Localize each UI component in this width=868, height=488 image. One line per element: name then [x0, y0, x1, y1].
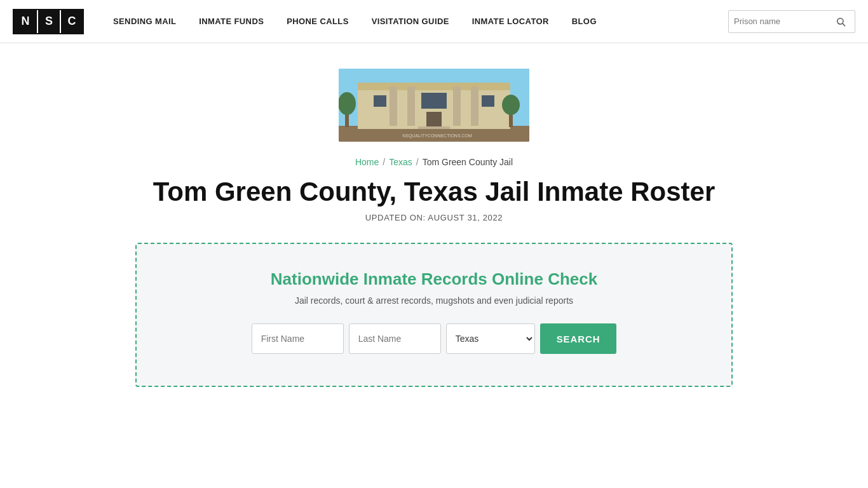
svg-line-1 — [843, 24, 845, 26]
svg-rect-14 — [418, 126, 450, 129]
header-search-button[interactable] — [836, 17, 846, 27]
nav-visitation-guide[interactable]: VISITATION GUIDE — [360, 0, 461, 43]
svg-point-18 — [502, 95, 520, 115]
svg-rect-6 — [390, 86, 397, 126]
breadcrumb-home[interactable]: Home — [355, 157, 379, 167]
page-title: Tom Green County, Texas Jail Inmate Rost… — [153, 177, 715, 207]
nav-phone-calls[interactable]: PHONE CALLS — [275, 0, 360, 43]
breadcrumb-state[interactable]: Texas — [389, 157, 412, 167]
logo[interactable]: N S C — [13, 9, 84, 34]
svg-rect-8 — [453, 86, 461, 126]
facility-image: NSQUALITYCONNECTIONS.COM — [339, 69, 529, 142]
svg-rect-13 — [426, 112, 442, 129]
search-button[interactable]: SEARCH — [540, 323, 617, 354]
svg-rect-5 — [358, 83, 510, 90]
svg-rect-7 — [407, 86, 415, 126]
inmate-search-box: Nationwide Inmate Records Online Check J… — [135, 243, 733, 387]
first-name-input[interactable] — [252, 323, 344, 354]
state-select[interactable]: AlabamaAlaskaArizonaArkansasCaliforniaCo… — [446, 323, 535, 354]
svg-rect-10 — [374, 95, 386, 107]
updated-on: UPDATED ON: AUGUST 31, 2022 — [365, 213, 503, 222]
search-box-heading: Nationwide Inmate Records Online Check — [271, 269, 597, 289]
last-name-input[interactable] — [349, 323, 441, 354]
svg-rect-9 — [471, 86, 478, 126]
logo-letter-c: C — [60, 10, 83, 33]
nav-blog[interactable]: BLOG — [560, 0, 608, 43]
logo-letter-s: S — [37, 10, 60, 33]
search-icon — [836, 17, 846, 27]
breadcrumb-sep-1: / — [383, 157, 385, 167]
header-search-bar — [728, 10, 855, 33]
breadcrumb-sep-2: / — [416, 157, 419, 167]
nav-sending-mail[interactable]: SENDING MAIL — [102, 0, 187, 43]
svg-text:NSQUALITYCONNECTIONS.COM: NSQUALITYCONNECTIONS.COM — [402, 133, 472, 139]
search-box-subtext: Jail records, court & arrest records, mu… — [295, 295, 573, 306]
svg-rect-12 — [482, 95, 494, 107]
svg-point-16 — [339, 92, 356, 115]
logo-letter-n: N — [14, 10, 37, 33]
svg-rect-11 — [421, 93, 447, 109]
nav-inmate-funds[interactable]: INMATE FUNDS — [187, 0, 275, 43]
main-content: NSQUALITYCONNECTIONS.COM Home / Texas / … — [0, 43, 868, 425]
main-nav: SENDING MAIL INMATE FUNDS PHONE CALLS VI… — [102, 0, 728, 43]
header-search-input[interactable] — [734, 17, 836, 26]
header: N S C SENDING MAIL INMATE FUNDS PHONE CA… — [0, 0, 868, 43]
breadcrumb: Home / Texas / Tom Green County Jail — [355, 157, 513, 167]
breadcrumb-current: Tom Green County Jail — [423, 157, 513, 167]
nav-inmate-locator[interactable]: INMATE LOCATOR — [461, 0, 560, 43]
search-form: AlabamaAlaskaArizonaArkansasCaliforniaCo… — [252, 323, 617, 354]
